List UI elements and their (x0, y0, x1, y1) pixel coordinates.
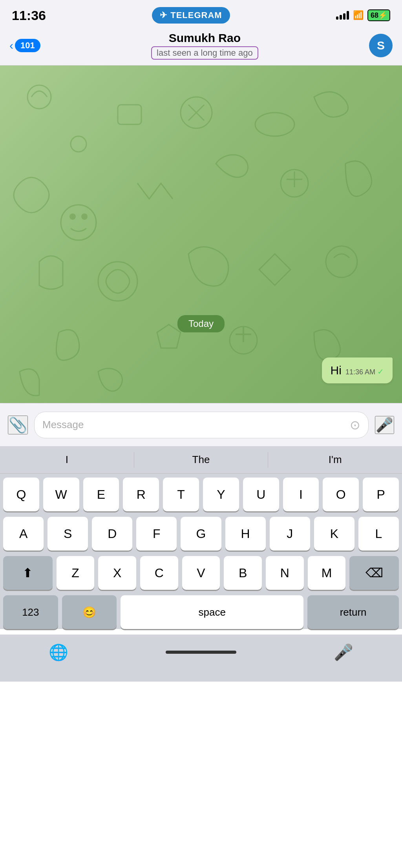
keyboard: Q W E R T Y U I O P A S D F G H J K L ⬆ … (0, 474, 402, 629)
keyboard-row-3: ⬆ Z X C V B N M ⌫ (3, 556, 399, 590)
chat-title: Sumukh Rao (40, 31, 369, 45)
key-v[interactable]: V (182, 556, 220, 590)
chat-background (0, 66, 402, 403)
key-g[interactable]: G (181, 517, 221, 551)
number-key[interactable]: 123 (3, 595, 58, 629)
backspace-key[interactable]: ⌫ (349, 556, 399, 590)
svg-point-7 (81, 213, 88, 220)
key-e[interactable]: E (83, 478, 119, 511)
emoji-key[interactable]: 😊 (62, 595, 117, 629)
key-x[interactable]: X (98, 556, 136, 590)
key-b[interactable]: B (224, 556, 262, 590)
key-m[interactable]: M (308, 556, 346, 590)
key-q[interactable]: Q (3, 478, 39, 511)
shift-key[interactable]: ⬆ (3, 556, 53, 590)
read-receipt-icon: ✓ (377, 367, 384, 376)
key-u[interactable]: U (243, 478, 279, 511)
key-j[interactable]: J (270, 517, 310, 551)
space-key[interactable]: space (121, 595, 303, 629)
telegram-label: TELEGRAM (170, 10, 222, 20)
key-p[interactable]: P (363, 478, 399, 511)
autocomplete-bar: I The I'm (0, 446, 402, 474)
globe-icon[interactable]: 🌐 (49, 643, 68, 662)
key-r[interactable]: R (123, 478, 159, 511)
back-button[interactable]: ‹ 101 (9, 39, 40, 52)
sticker-button[interactable]: ⊙ (350, 418, 360, 432)
svg-point-5 (61, 205, 96, 240)
microphone-icon: 🎤 (376, 417, 393, 433)
key-o[interactable]: O (323, 478, 359, 511)
key-d[interactable]: D (92, 517, 132, 551)
back-count-badge: 101 (15, 39, 40, 52)
svg-point-0 (27, 85, 51, 109)
key-k[interactable]: K (314, 517, 354, 551)
autocomplete-item-0[interactable]: I (0, 450, 134, 470)
svg-point-4 (255, 113, 294, 136)
status-icons: 📶 68⚡ (336, 9, 390, 21)
nav-bar: ‹ 101 Sumukh Rao last seen a long time a… (0, 27, 402, 66)
sticker-icon: ⊙ (350, 418, 360, 432)
key-t[interactable]: T (163, 478, 199, 511)
avatar[interactable]: S (369, 34, 393, 57)
key-z[interactable]: Z (57, 556, 95, 590)
message-bubble: Hi 11:36 AM ✓ (322, 357, 393, 383)
svg-point-6 (69, 213, 76, 220)
keyboard-row-1: Q W E R T Y U I O P (3, 478, 399, 511)
key-s[interactable]: S (48, 517, 88, 551)
key-h[interactable]: H (225, 517, 266, 551)
key-f[interactable]: F (136, 517, 177, 551)
message-text: Hi (331, 364, 342, 377)
chat-bg-doodles (0, 66, 402, 403)
key-c[interactable]: C (140, 556, 178, 590)
last-seen-wrapper: last seen a long time ago (151, 46, 258, 60)
today-badge: Today (177, 315, 225, 332)
last-seen-text: last seen a long time ago (157, 48, 253, 58)
telegram-badge: ✈ TELEGRAM (152, 7, 230, 24)
back-chevron-icon: ‹ (9, 39, 13, 52)
mic-bottom-icon[interactable]: 🎤 (334, 643, 353, 662)
return-key[interactable]: return (307, 595, 399, 629)
svg-point-1 (71, 136, 86, 152)
status-time: 11:36 (12, 8, 46, 23)
key-y[interactable]: Y (203, 478, 239, 511)
key-l[interactable]: L (358, 517, 399, 551)
home-indicator (166, 651, 236, 654)
bottom-bar: 🌐 🎤 (0, 635, 402, 682)
autocomplete-item-1[interactable]: The (134, 450, 268, 470)
nav-center: Sumukh Rao last seen a long time ago (40, 31, 369, 60)
battery-indicator: 68⚡ (367, 9, 390, 21)
status-bar: 11:36 ✈ TELEGRAM 📶 68⚡ (0, 0, 402, 27)
svg-point-9 (98, 262, 137, 301)
key-w[interactable]: W (43, 478, 79, 511)
status-center: ✈ TELEGRAM (152, 7, 230, 24)
message-input[interactable] (42, 419, 346, 431)
signal-icon (336, 11, 349, 20)
keyboard-row-2: A S D F G H J K L (3, 517, 399, 551)
paperclip-icon: 📎 (9, 417, 27, 433)
autocomplete-item-2[interactable]: I'm (268, 450, 402, 470)
keyboard-row-4: 123 😊 space return (3, 595, 399, 629)
svg-point-10 (326, 246, 357, 277)
svg-rect-2 (118, 105, 141, 124)
message-timestamp: 11:36 AM ✓ (345, 367, 384, 376)
input-bar: 📎 ⊙ 🎤 (0, 403, 402, 446)
message-input-wrapper: ⊙ (34, 412, 369, 438)
wifi-icon: 📶 (353, 10, 364, 20)
key-a[interactable]: A (3, 517, 44, 551)
key-n[interactable]: N (266, 556, 304, 590)
key-i[interactable]: I (283, 478, 319, 511)
mic-button[interactable]: 🎤 (375, 416, 394, 434)
chat-area: Today Hi 11:36 AM ✓ (0, 66, 402, 403)
attach-button[interactable]: 📎 (8, 416, 28, 434)
telegram-icon: ✈ (160, 10, 167, 20)
